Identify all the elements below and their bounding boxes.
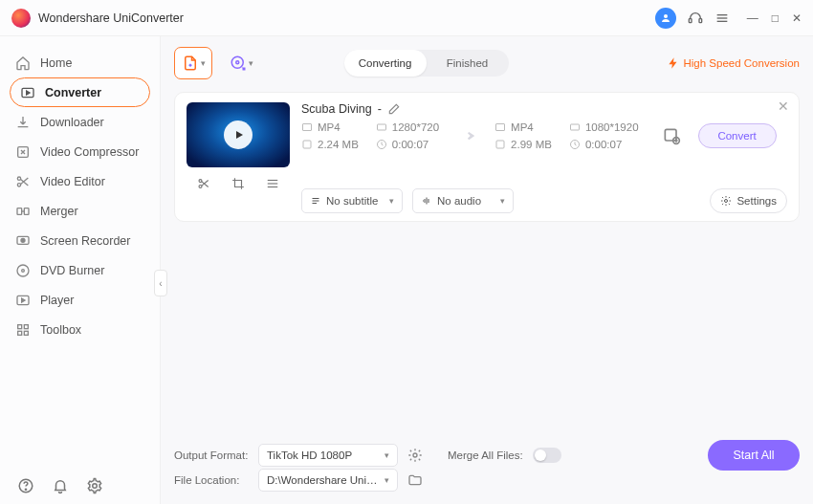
- file-title: Scuba Diving: [301, 102, 372, 116]
- svg-rect-12: [24, 208, 29, 214]
- arrow-right-icon: [456, 125, 477, 146]
- size-icon: [301, 139, 313, 150]
- sidebar-item-label: Converter: [45, 86, 101, 99]
- format-icon: [301, 121, 313, 133]
- edit-title-icon[interactable]: [387, 102, 401, 116]
- add-disc-button[interactable]: ▾: [222, 47, 260, 79]
- dst-size: 2.99 MB: [511, 139, 552, 150]
- output-format-select[interactable]: TikTok HD 1080P ▾: [258, 444, 398, 467]
- sidebar-item-compressor[interactable]: Video Compressor: [0, 137, 160, 166]
- scissors-icon: [15, 174, 31, 189]
- tab-finished[interactable]: Finished: [427, 50, 509, 77]
- audio-value: No audio: [437, 195, 481, 207]
- compress-icon: [15, 144, 31, 160]
- tab-group: Converting Finished: [344, 50, 509, 77]
- sidebar-item-label: Toolbox: [40, 323, 81, 337]
- dst-res: 1080*1920: [585, 121, 639, 133]
- sidebar-item-toolbox[interactable]: Toolbox: [0, 315, 160, 344]
- file-settings-icon[interactable]: [662, 126, 681, 145]
- minimize-button[interactable]: —: [747, 11, 758, 25]
- audio-select[interactable]: No audio ▾: [412, 188, 514, 213]
- crop-icon[interactable]: [231, 177, 245, 190]
- svg-point-27: [235, 61, 238, 64]
- subtitle-icon: [310, 195, 321, 207]
- output-format-label: Output Format:: [174, 449, 249, 461]
- bell-icon[interactable]: [52, 477, 69, 494]
- svg-point-44: [725, 200, 728, 203]
- sidebar-item-recorder[interactable]: Screen Recorder: [0, 226, 160, 255]
- file-location-value: D:\Wondershare UniConverter: [267, 474, 385, 486]
- src-res: 1280*720: [392, 121, 439, 133]
- app-title: Wondershare UniConverter: [38, 11, 184, 25]
- sidebar-item-label: Video Editor: [40, 175, 105, 188]
- settings-button[interactable]: Settings: [710, 188, 787, 213]
- svg-rect-42: [665, 129, 676, 141]
- help-icon[interactable]: [17, 477, 34, 494]
- bolt-icon: [667, 56, 680, 70]
- high-speed-conversion-button[interactable]: High Speed Conversion: [667, 56, 800, 70]
- converter-icon: [20, 85, 35, 100]
- svg-rect-36: [377, 124, 385, 130]
- svg-rect-38: [496, 124, 505, 131]
- src-size: 2.24 MB: [318, 139, 359, 150]
- gear-icon: [720, 195, 732, 207]
- svg-rect-2: [699, 18, 702, 22]
- sidebar-item-label: DVD Burner: [40, 264, 104, 277]
- merge-toggle[interactable]: [533, 448, 561, 463]
- sidebar-item-label: Home: [40, 56, 72, 70]
- open-folder-icon[interactable]: [407, 472, 423, 488]
- footer: Output Format: TikTok HD 1080P ▾ Merge A…: [174, 435, 800, 504]
- headset-icon[interactable]: [688, 11, 703, 26]
- home-icon: [15, 55, 31, 71]
- close-button[interactable]: ✕: [792, 11, 802, 25]
- svg-rect-39: [496, 141, 504, 148]
- menu-icon[interactable]: [714, 11, 730, 26]
- titlebar: Wondershare UniConverter — □ ✕: [0, 0, 813, 36]
- add-file-button[interactable]: ▾: [174, 47, 212, 79]
- tab-converting[interactable]: Converting: [344, 50, 427, 77]
- record-icon: [15, 233, 31, 249]
- download-icon: [15, 115, 31, 130]
- svg-rect-20: [24, 324, 28, 328]
- svg-marker-28: [236, 131, 243, 139]
- disc-icon: [15, 263, 31, 278]
- sidebar-item-home[interactable]: Home: [0, 48, 160, 77]
- sidebar-item-editor[interactable]: Video Editor: [0, 166, 160, 196]
- res-icon: [569, 121, 581, 133]
- subtitle-select[interactable]: No subtitle ▾: [301, 188, 403, 213]
- svg-point-16: [22, 269, 25, 272]
- svg-rect-11: [17, 208, 22, 214]
- sidebar-item-downloader[interactable]: Downloader: [0, 107, 160, 137]
- remove-file-button[interactable]: ✕: [778, 99, 789, 114]
- svg-point-45: [413, 453, 417, 457]
- res-icon: [376, 121, 387, 133]
- convert-button[interactable]: Convert: [698, 123, 777, 148]
- settings-label: Settings: [736, 195, 777, 207]
- file-card: ✕ Scuba Diving -: [174, 92, 800, 222]
- output-format-value: TikTok HD 1080P: [267, 449, 352, 461]
- sidebar-item-converter[interactable]: Converter: [10, 77, 150, 107]
- file-location-select[interactable]: D:\Wondershare UniConverter ▾: [258, 469, 398, 492]
- play-preview-button[interactable]: [224, 121, 253, 149]
- trim-icon[interactable]: [197, 177, 210, 190]
- svg-marker-7: [27, 91, 30, 95]
- maximize-button[interactable]: □: [772, 11, 779, 25]
- user-avatar-icon[interactable]: [655, 8, 676, 29]
- settings-cog-icon[interactable]: [86, 477, 103, 494]
- sidebar-item-dvd[interactable]: DVD Burner: [0, 255, 160, 285]
- app-logo-icon: [11, 9, 31, 28]
- play-triangle-icon: [233, 129, 245, 141]
- effect-icon[interactable]: [266, 177, 279, 190]
- svg-point-25: [93, 484, 98, 489]
- sidebar-item-player[interactable]: Player: [0, 285, 160, 315]
- output-settings-icon[interactable]: [407, 448, 423, 463]
- grid-icon: [15, 322, 31, 338]
- sidebar-item-merger[interactable]: Merger: [0, 196, 160, 226]
- file-title-dash: -: [378, 102, 382, 116]
- src-duration: 0:00:07: [392, 139, 428, 150]
- sidebar-item-label: Player: [40, 294, 74, 307]
- video-thumbnail[interactable]: [187, 102, 290, 167]
- audio-wave-icon: [421, 195, 432, 207]
- start-all-button[interactable]: Start All: [708, 440, 800, 471]
- svg-point-15: [17, 265, 29, 276]
